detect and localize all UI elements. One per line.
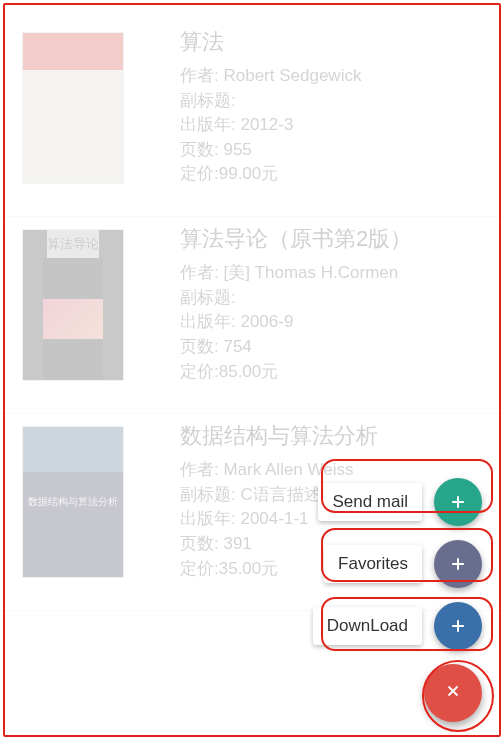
book-meta: 算法 作者: Robert Sedgewick 副标题: 出版年: 2012-3… bbox=[180, 26, 486, 187]
book-author: 作者: [美] Thomas H.Cormen bbox=[180, 261, 486, 286]
book-year: 出版年: 2006-9 bbox=[180, 310, 486, 335]
book-subtitle: 副标题: bbox=[180, 89, 486, 114]
book-title: 数据结构与算法分析 bbox=[180, 420, 486, 452]
close-icon bbox=[444, 682, 462, 704]
book-title: 算法导论（原书第2版） bbox=[180, 223, 486, 255]
book-author: 作者: Robert Sedgewick bbox=[180, 64, 486, 89]
plus-icon bbox=[434, 602, 482, 650]
plus-icon bbox=[434, 540, 482, 588]
fab-label: DownLoad bbox=[313, 607, 422, 645]
fab-item-sendmail[interactable]: Send mail bbox=[318, 478, 482, 526]
book-subtitle: 副标题: bbox=[180, 286, 486, 311]
book-price: 定价:99.00元 bbox=[180, 162, 486, 187]
fab-close-button[interactable] bbox=[424, 664, 482, 722]
list-item[interactable]: 算法 作者: Robert Sedgewick 副标题: 出版年: 2012-3… bbox=[0, 20, 504, 217]
book-cover: 算法导论 bbox=[22, 229, 124, 381]
book-year: 出版年: 2012-3 bbox=[180, 113, 486, 138]
list-item[interactable]: 算法导论 算法导论（原书第2版） 作者: [美] Thomas H.Cormen… bbox=[0, 217, 504, 414]
fab-item-download[interactable]: DownLoad bbox=[313, 602, 482, 650]
fab-label: Send mail bbox=[318, 483, 422, 521]
book-pages: 页数: 955 bbox=[180, 138, 486, 163]
book-price: 定价:85.00元 bbox=[180, 360, 486, 385]
book-meta: 算法导论（原书第2版） 作者: [美] Thomas H.Cormen 副标题:… bbox=[180, 223, 486, 384]
book-cover: 数据结构与算法分析 bbox=[22, 426, 124, 578]
book-cover bbox=[22, 32, 124, 184]
book-title: 算法 bbox=[180, 26, 486, 58]
fab-menu: Send mail Favorites DownLoad bbox=[313, 478, 482, 722]
book-pages: 页数: 754 bbox=[180, 335, 486, 360]
fab-item-favorites[interactable]: Favorites bbox=[324, 540, 482, 588]
plus-icon bbox=[434, 478, 482, 526]
fab-label: Favorites bbox=[324, 545, 422, 583]
